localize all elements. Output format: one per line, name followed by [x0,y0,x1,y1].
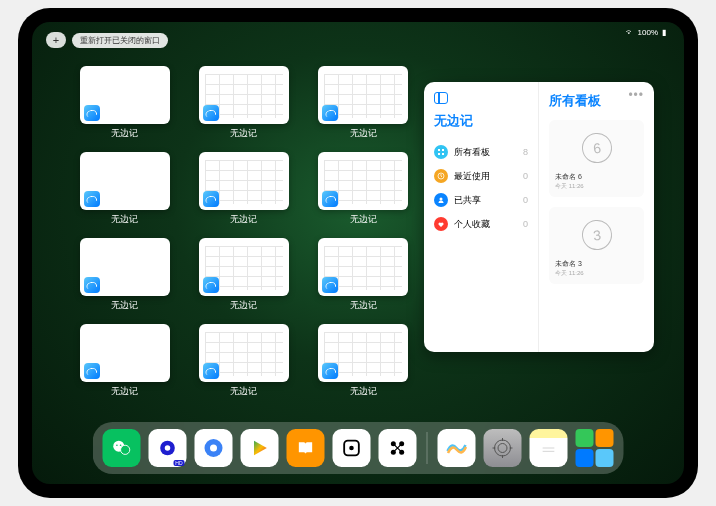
sidebar-item-count: 8 [523,147,528,157]
window-tile[interactable]: 无边记 [74,152,175,226]
freeform-panel[interactable]: 无边记 所有看板8最近使用0已共享0个人收藏0 ••• 所有看板 6未命名 6今… [424,82,654,352]
window-label: 无边记 [230,213,257,226]
dock-app-connect[interactable] [379,429,417,467]
panel-content: ••• 所有看板 6未命名 6今天 11:263未命名 3今天 11:26 [539,82,654,352]
freeform-app-icon [84,105,100,121]
sidebar-item-count: 0 [523,219,528,229]
sidebar-item-count: 0 [523,195,528,205]
battery-pct: 100% [638,28,658,37]
freeform-app-icon [203,191,219,207]
svg-point-15 [349,446,354,451]
window-tile[interactable]: 无边记 [313,324,414,398]
dock-app-quark[interactable] [195,429,233,467]
window-label: 无边记 [111,385,138,398]
svg-point-20 [495,440,511,456]
window-thumbnail[interactable] [80,238,170,296]
freeform-app-icon [322,363,338,379]
window-tile[interactable]: 无边记 [74,66,175,140]
dock-app-quark-hd[interactable]: HD [149,429,187,467]
window-tile[interactable]: 无边记 [193,152,294,226]
svg-point-11 [165,445,171,451]
sidebar-item-count: 0 [523,171,528,181]
dock-app-books[interactable] [287,429,325,467]
reopen-closed-window-button[interactable]: 重新打开已关闭的窗口 [72,33,168,48]
dock-app-notes[interactable] [530,429,568,467]
board-timestamp: 今天 11:26 [555,269,638,278]
board-card[interactable]: 3未命名 3今天 11:26 [549,207,644,284]
sidebar-item-label: 最近使用 [454,170,490,183]
window-tile[interactable]: 无边记 [74,324,175,398]
svg-point-7 [121,445,130,454]
sidebar-item-clock[interactable]: 最近使用0 [434,164,528,188]
clock-icon [434,169,448,183]
ipad-frame: ᯤ 100% ▮ + 重新打开已关闭的窗口 无边记无边记无边记无边记无边记无边记… [18,8,698,498]
svg-rect-0 [438,149,440,151]
freeform-app-icon [322,277,338,293]
window-label: 无边记 [111,127,138,140]
battery-icon: ▮ [662,28,666,37]
svg-rect-1 [438,153,440,155]
sidebar-toggle-icon[interactable] [434,92,448,104]
new-window-button[interactable]: + [46,32,66,48]
window-thumbnail[interactable] [318,324,408,382]
window-label: 无边记 [350,127,377,140]
window-thumbnail[interactable] [80,66,170,124]
freeform-app-icon [84,363,100,379]
window-tile[interactable]: 无边记 [193,66,294,140]
screen: ᯤ 100% ▮ + 重新打开已关闭的窗口 无边记无边记无边记无边记无边记无边记… [32,22,684,484]
people-icon [434,193,448,207]
dock-separator [427,432,428,464]
window-thumbnail[interactable] [318,152,408,210]
freeform-app-icon [203,105,219,121]
board-card[interactable]: 6未命名 6今天 11:26 [549,120,644,197]
dock-app-dice[interactable] [333,429,371,467]
more-icon[interactable]: ••• [628,88,644,102]
heart-icon [434,217,448,231]
window-thumbnail[interactable] [199,152,289,210]
svg-rect-2 [442,149,444,151]
window-label: 无边记 [350,299,377,312]
app-switcher-grid: 无边记无边记无边记无边记无边记无边记无边记无边记无边记无边记无边记无边记 [74,66,414,398]
window-label: 无边记 [111,299,138,312]
window-label: 无边记 [350,385,377,398]
wifi-icon: ᯤ [626,28,634,37]
freeform-app-icon [322,191,338,207]
board-name: 未命名 6 [555,172,638,182]
window-thumbnail[interactable] [318,238,408,296]
window-tile[interactable]: 无边记 [74,238,175,312]
sidebar-item-label: 已共享 [454,194,481,207]
sidebar-item-grid[interactable]: 所有看板8 [434,140,528,164]
dock-app-play[interactable] [241,429,279,467]
freeform-app-icon [203,363,219,379]
status-bar: ᯤ 100% ▮ [626,28,666,37]
dock-app-library[interactable] [576,429,614,467]
window-thumbnail[interactable] [80,152,170,210]
window-thumbnail[interactable] [318,66,408,124]
svg-point-5 [440,198,443,201]
top-left-controls: + 重新打开已关闭的窗口 [46,32,168,48]
window-thumbnail[interactable] [199,66,289,124]
window-label: 无边记 [111,213,138,226]
freeform-app-icon [84,191,100,207]
sidebar-item-heart[interactable]: 个人收藏0 [434,212,528,236]
panel-sidebar: 无边记 所有看板8最近使用0已共享0个人收藏0 [424,82,539,352]
board-thumbnail: 3 [555,213,638,257]
window-thumbnail[interactable] [199,238,289,296]
window-tile[interactable]: 无边记 [313,152,414,226]
window-tile[interactable]: 无边记 [193,238,294,312]
sidebar-item-label: 个人收藏 [454,218,490,231]
window-label: 无边记 [230,127,257,140]
window-tile[interactable]: 无边记 [193,324,294,398]
freeform-app-icon [203,277,219,293]
sidebar-item-people[interactable]: 已共享0 [434,188,528,212]
dock-app-freeform[interactable] [438,429,476,467]
dock: HD [93,422,624,474]
window-tile[interactable]: 无边记 [313,238,414,312]
window-label: 无边记 [230,385,257,398]
dock-app-settings[interactable] [484,429,522,467]
window-thumbnail[interactable] [199,324,289,382]
sidebar-item-label: 所有看板 [454,146,490,159]
window-thumbnail[interactable] [80,324,170,382]
window-tile[interactable]: 无边记 [313,66,414,140]
dock-app-wechat[interactable] [103,429,141,467]
